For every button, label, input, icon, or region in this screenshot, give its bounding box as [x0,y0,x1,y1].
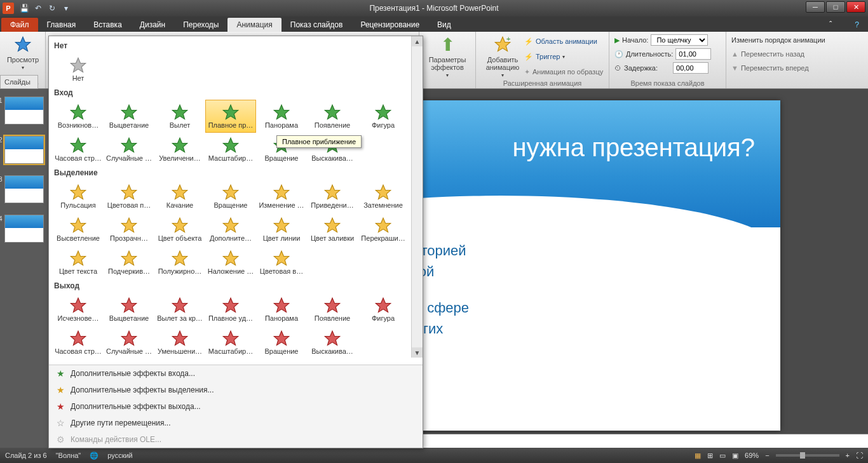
tab-review[interactable]: Рецензирование [351,18,428,32]
gallery-item[interactable]: Увеличени… [154,133,205,166]
zoom-level[interactable]: 69% [745,452,759,459]
duration-input[interactable] [675,48,711,60]
preview-button[interactable]: Просмотр ▾ [5,33,41,72]
gallery-item[interactable]: Высветление [53,213,104,246]
gallery-item[interactable]: Качание [154,180,205,213]
gallery-item[interactable]: Цвет линии [256,213,307,246]
gallery-item[interactable]: Наложение … [205,246,256,279]
star-icon [170,330,190,347]
maximize-button[interactable]: □ [826,1,845,13]
qat-undo-icon[interactable]: ↶ [33,3,43,13]
gallery-item[interactable]: Цвет заливки [307,213,358,246]
slide-thumb-2[interactable]: 2 [4,136,44,164]
tab-design[interactable]: Дизайн [131,18,174,32]
gallery-item[interactable]: Случайные … [104,326,154,359]
tab-file[interactable]: Файл [1,18,38,32]
language-icon[interactable]: 🌐 [90,452,98,460]
view-normal-icon[interactable]: ▦ [695,452,701,460]
ribbon-minimize-icon[interactable]: ˆ [820,18,841,32]
gallery-item[interactable]: Появление [307,293,358,326]
gallery-item[interactable]: Перекраши… [358,213,409,246]
zoom-in-icon[interactable]: + [846,452,850,459]
gallery-scrollbar[interactable]: ▲ ▼ [411,36,423,358]
gallery-item[interactable]: Возникнов… [53,100,104,133]
trigger-link[interactable]: Триггер [536,53,560,60]
gallery-item[interactable]: Выскакива… [307,326,358,359]
tab-slideshow[interactable]: Показ слайдов [281,18,352,32]
gallery-item[interactable]: Уменьшени… [154,326,205,359]
slide-thumb-3[interactable]: 3 [4,175,44,203]
start-select[interactable]: По щелчку [651,34,708,46]
gallery-item[interactable]: Вращение [205,180,256,213]
gallery-item[interactable]: Цвет объекта [154,213,205,246]
gallery-item[interactable]: Приведени… [307,180,358,213]
gallery-item[interactable]: Подчеркив… [104,246,154,279]
gallery-item[interactable]: Прозрачн… [104,213,154,246]
close-button[interactable]: ✕ [846,1,865,13]
slides-tab[interactable]: Слайды [0,75,38,89]
view-slideshow-icon[interactable]: ▣ [732,452,738,460]
gallery-item[interactable]: Часовая стр… [53,326,104,359]
gallery-item[interactable]: Дополните… [205,213,256,246]
slide-thumb-4[interactable]: 4 [4,215,44,243]
svg-marker-28 [274,218,288,232]
gallery-item[interactable]: Выцветание [104,100,154,133]
zoom-out-icon[interactable]: − [765,452,769,459]
tab-home[interactable]: Главная [38,18,85,32]
gallery-item[interactable]: Плавное уд… [205,293,256,326]
slide-title[interactable]: нужна презентация? [512,133,755,162]
tab-animation[interactable]: Анимация [227,18,281,32]
qat-redo-icon[interactable]: ↻ [47,3,57,13]
scroll-down-icon[interactable]: ▼ [412,347,423,358]
animation-pane-link[interactable]: Область анимации [536,37,597,45]
gallery-item[interactable]: Панорама [256,100,307,133]
gallery-item[interactable]: Фигура [358,293,409,326]
gallery-item[interactable]: Панорама [256,293,307,326]
gallery-item[interactable]: Исчезнове… [53,293,104,326]
view-reading-icon[interactable]: ▭ [719,452,726,460]
gallery-item[interactable]: Нет [53,53,104,86]
more-emphasis-item[interactable]: ★Дополнительные эффекты выделения... [49,382,423,398]
gallery-item[interactable]: Вылет [154,100,205,133]
fit-window-icon[interactable]: ⛶ [856,452,863,459]
gallery-item[interactable]: Масштабир… [205,326,256,359]
tab-view[interactable]: Вид [428,18,460,32]
star-icon [271,104,292,121]
star-icon [373,184,393,201]
gallery-item[interactable]: Полужирно… [154,246,205,279]
gallery-item[interactable]: Случайные … [104,133,154,166]
effect-options-button[interactable]: ⬆ Параметры эффектов ▾ [424,33,470,79]
gallery-item[interactable]: Цвет текста [53,246,104,279]
more-entrance-item[interactable]: ★Дополнительные эффекты входа... [49,365,423,382]
gallery-item[interactable]: Часовая стр… [53,133,104,166]
tab-insert[interactable]: Вставка [85,18,131,32]
gallery-item[interactable]: Цветовая п… [104,180,154,213]
gallery-item[interactable]: Появление [307,100,358,133]
qat-save-icon[interactable]: 💾 [19,3,29,13]
help-icon[interactable]: ? [846,18,868,32]
star-icon [271,330,292,347]
view-sorter-icon[interactable]: ⊞ [707,452,713,460]
slide-thumb-1[interactable]: 1 [4,97,44,124]
play-icon: ▶ [614,36,620,44]
gallery-item[interactable]: Плавное пр… [205,100,256,133]
gallery-item[interactable]: Изменение … [256,180,307,213]
star-red-icon: ★ [55,401,65,412]
gallery-item[interactable]: Пульсация [53,180,104,213]
gallery-item[interactable]: Затемнение [358,180,409,213]
scroll-up-icon[interactable]: ▲ [412,36,423,46]
add-animation-button[interactable]: + Добавить анимацию ▾ [481,33,524,79]
gallery-item[interactable]: Вращение [256,326,307,359]
qat-dropdown-icon[interactable]: ▾ [61,3,71,13]
more-motion-item[interactable]: ☆Другие пути перемещения... [49,415,423,431]
gallery-item[interactable]: Фигура [358,100,409,133]
gallery-item[interactable]: Вылет за кр… [154,293,205,326]
more-exit-item[interactable]: ★Дополнительные эффекты выхода... [49,398,423,415]
zoom-slider[interactable] [776,454,839,457]
gallery-item[interactable]: Масштабир… [205,133,256,166]
tab-transitions[interactable]: Переходы [174,18,227,32]
gallery-item[interactable]: Цветовая в… [256,246,307,279]
delay-input[interactable] [673,62,709,74]
gallery-item[interactable]: Выцветание [104,293,154,326]
minimize-button[interactable]: ─ [806,1,825,13]
